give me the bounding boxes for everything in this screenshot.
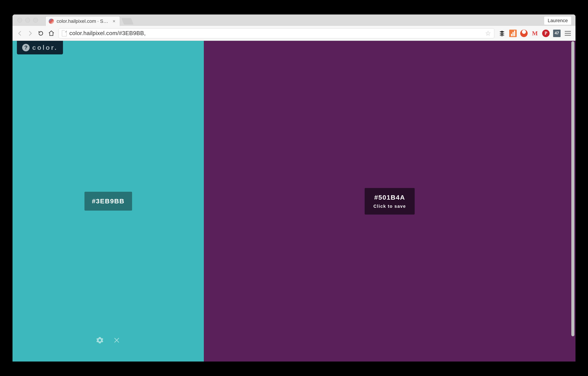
window-controls [17, 14, 38, 26]
extension-icons: M P 47 [498, 30, 572, 37]
saved-swatch-controls [12, 336, 204, 344]
tab-close-icon[interactable]: × [113, 18, 116, 24]
tab-title: color.hailpixel.com · Swatc [57, 18, 110, 24]
scrollbar-thumb[interactable] [571, 41, 574, 336]
svg-marker-2 [499, 34, 504, 36]
gear-icon [96, 336, 104, 344]
bookmark-star-icon[interactable]: ☆ [485, 29, 491, 37]
saved-swatch[interactable]: ? color. #3EB9BB [12, 41, 204, 362]
home-icon [48, 30, 55, 37]
chrome-menu-button[interactable] [564, 30, 572, 37]
new-tab-button[interactable] [121, 18, 134, 25]
active-swatch-hint: Click to save [373, 204, 406, 209]
swatch-delete-button[interactable] [113, 336, 120, 344]
browser-window: color.hailpixel.com · Swatc × Laurence c [12, 14, 576, 362]
window-close-button[interactable] [17, 18, 22, 23]
reload-icon [38, 30, 44, 37]
browser-toolbar: color.hailpixel.com/#3EB9BB, ☆ M P 47 [12, 26, 576, 41]
active-swatch-label: #501B4A Click to save [365, 188, 415, 215]
active-swatch-hex: #501B4A [373, 194, 406, 201]
close-icon [113, 336, 120, 344]
page-viewport[interactable]: ? color. #3EB9BB #501B4A [12, 41, 576, 362]
tab-favicon-icon [49, 19, 54, 24]
vertical-scrollbar[interactable] [570, 41, 575, 362]
address-bar[interactable]: color.hailpixel.com/#3EB9BB, ☆ [59, 28, 494, 38]
forward-button[interactable] [27, 30, 33, 37]
browser-tab[interactable]: color.hailpixel.com · Swatc × [45, 16, 120, 26]
tab-strip: color.hailpixel.com · Swatc × Laurence [12, 14, 576, 26]
buffer-extension-icon[interactable] [498, 30, 506, 37]
counter-extension-icon[interactable]: 47 [553, 30, 561, 37]
profile-button[interactable]: Laurence [544, 16, 572, 25]
window-minimize-button[interactable] [25, 18, 30, 23]
site-logo-label: color. [32, 44, 58, 51]
reload-button[interactable] [38, 30, 44, 37]
site-logo-button[interactable]: ? color. [17, 41, 63, 54]
arrow-right-icon [27, 30, 33, 37]
active-swatch[interactable]: #501B4A Click to save [204, 41, 576, 362]
saved-swatch-hex: #3EB9BB [92, 198, 125, 205]
svg-marker-0 [499, 31, 504, 33]
site-identity-icon[interactable] [62, 30, 67, 36]
swatch-settings-button[interactable] [96, 336, 104, 344]
back-button[interactable] [16, 30, 23, 37]
url-text: color.hailpixel.com/#3EB9BB, [69, 30, 483, 37]
window-zoom-button[interactable] [33, 18, 38, 23]
home-button[interactable] [48, 30, 55, 37]
pinterest-extension-icon[interactable]: P [542, 30, 550, 37]
arrow-left-icon [16, 30, 23, 37]
help-icon[interactable]: ? [22, 44, 30, 51]
adblock-extension-icon[interactable] [520, 30, 528, 37]
desktop-frame: color.hailpixel.com · Swatc × Laurence c [0, 0, 588, 376]
saved-swatch-label: #3EB9BB [84, 192, 132, 211]
analytics-extension-icon[interactable] [509, 30, 517, 37]
gmail-extension-icon[interactable]: M [531, 30, 539, 37]
